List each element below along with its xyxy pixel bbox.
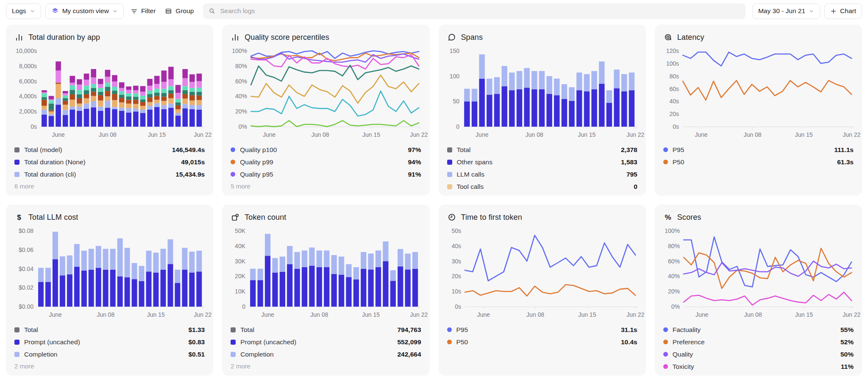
legend-value: 242,664 [397, 351, 421, 358]
legend-value: 146,549.4s [172, 146, 205, 154]
logs-dropdown[interactable]: Logs [6, 3, 41, 19]
legend-marker [447, 147, 452, 152]
legend-item[interactable]: Quality p10097% [231, 144, 421, 156]
legend-item[interactable]: Toxicity11% [663, 360, 854, 373]
legend-item[interactable]: Total duration (None)49,015s [14, 156, 205, 168]
add-chart-button[interactable]: Chart [824, 3, 862, 19]
svg-text:0: 0 [242, 303, 245, 310]
legend-item[interactable]: Quality p9994% [231, 156, 421, 168]
card-time-to-first-token: Time to first token 0s10s20s30s40s50sJun… [439, 205, 646, 376]
legend-value: 50% [840, 351, 854, 358]
ttft-legend: P9531.1sP5010.4s [447, 324, 637, 348]
legend-more[interactable]: 5 more [231, 180, 421, 192]
spans-legend: Total2,378Other spans1,583LLM calls795To… [447, 144, 637, 193]
legend-value: 49,015s [181, 158, 205, 166]
legend-item[interactable]: Total794,763 [231, 324, 421, 336]
bar-chart-icon [231, 33, 240, 42]
legend-value: $0.51 [188, 351, 205, 358]
legend-item[interactable]: Total$1.33 [14, 324, 205, 336]
legend-item[interactable]: P5061.3s [663, 156, 854, 168]
filter-button[interactable]: Filter [128, 3, 158, 19]
legend-more[interactable]: 2 more [231, 360, 421, 372]
legend-label: Quality p100 [240, 146, 277, 154]
search-input[interactable] [219, 7, 740, 15]
legend-marker [14, 147, 19, 152]
legend-item[interactable]: Prompt (uncached)$0.83 [14, 336, 205, 348]
legend-label: Completion [24, 351, 57, 358]
legend-value: 55% [840, 326, 854, 334]
legend-marker [447, 160, 452, 165]
group-button[interactable]: Group [162, 3, 196, 19]
svg-text:Jun 08: Jun 08 [311, 311, 328, 318]
legend-marker [14, 160, 19, 165]
legend-item[interactable]: Quality p9591% [231, 168, 421, 180]
svg-text:Jun 22: Jun 22 [843, 311, 860, 318]
legend-item[interactable]: Tool calls0 [447, 180, 637, 193]
legend-item[interactable]: P9531.1s [447, 324, 637, 336]
svg-text:20%: 20% [235, 108, 247, 115]
legend-item[interactable]: Other spans1,583 [447, 156, 637, 168]
legend-value: 1,583 [621, 158, 637, 166]
legend-more[interactable]: 2 more [14, 360, 205, 372]
svg-text:$0.06: $0.06 [19, 246, 33, 253]
legend-marker [231, 172, 235, 177]
legend-item[interactable]: Factuality55% [663, 324, 854, 336]
legend-more[interactable]: 6 more [14, 180, 205, 192]
legend-label: P50 [673, 158, 684, 166]
legend-label: Toxicity [673, 363, 694, 371]
legend-value: 111.1s [834, 146, 854, 154]
legend-value: 10.4s [621, 338, 637, 346]
legend-item[interactable]: Prompt (uncached)552,099 [231, 336, 421, 348]
legend-item[interactable]: Total duration (cli)15,434.9s [14, 168, 205, 180]
legend-marker [663, 327, 668, 332]
svg-text:June: June [263, 131, 276, 138]
svg-text:%: % [665, 213, 671, 221]
legend-marker [447, 172, 452, 177]
legend-value: 794,763 [397, 326, 421, 334]
search-field[interactable] [203, 3, 746, 19]
legend-item[interactable]: P5010.4s [447, 336, 637, 348]
total-duration-legend: Total (model)146,549.4sTotal duration (N… [14, 144, 205, 180]
legend-label: Factuality [673, 326, 701, 334]
legend-item[interactable]: Quality50% [663, 348, 854, 360]
card-spans: Spans 050100150JuneJun 08Jun 15Jun 22 To… [439, 25, 646, 196]
legend-label: P95 [456, 326, 468, 334]
legend-label: Quality [673, 351, 693, 358]
svg-text:40%: 40% [668, 273, 680, 279]
legend-label: Total [457, 146, 471, 154]
legend-label: Quality p99 [240, 158, 273, 166]
legend-item[interactable]: Preference52% [663, 336, 854, 348]
view-selector[interactable]: My custom view [45, 3, 124, 19]
legend-item[interactable]: Completion242,664 [231, 348, 421, 360]
legend-label: Prompt (uncached) [240, 338, 296, 346]
svg-text:Jun 22: Jun 22 [194, 131, 211, 138]
snail-icon [663, 33, 673, 42]
legend-item[interactable]: Total2,378 [447, 144, 637, 156]
legend-item[interactable]: Completion$0.51 [14, 348, 205, 360]
svg-text:4,000s: 4,000s [19, 93, 37, 100]
svg-text:80%: 80% [235, 63, 247, 69]
svg-text:100s: 100s [666, 60, 679, 67]
total-duration-chart: 0s2,000s4,000s6,000s8,000s10,000sJuneJun… [14, 45, 205, 142]
legend-value: 15,434.9s [175, 171, 205, 178]
legend-item[interactable]: Total (model)146,549.4s [14, 144, 205, 156]
svg-text:Jun 08: Jun 08 [526, 311, 544, 318]
bar-chart-icon [14, 33, 24, 42]
svg-text:June: June [696, 311, 709, 318]
legend-value: $1.33 [188, 326, 205, 334]
svg-text:0s: 0s [673, 123, 679, 130]
svg-text:40s: 40s [669, 98, 679, 105]
spans-chart: 050100150JuneJun 08Jun 15Jun 22 [447, 45, 637, 142]
svg-text:10,000s: 10,000s [16, 47, 37, 54]
legend-value: 52% [840, 338, 854, 346]
legend-label: Tool calls [457, 183, 484, 191]
svg-text:Jun 15: Jun 15 [578, 131, 595, 138]
legend-marker [14, 327, 19, 332]
legend-value: 11% [841, 363, 854, 371]
legend-label: LLM calls [457, 171, 484, 178]
chevron-down-icon [809, 8, 814, 14]
legend-item[interactable]: LLM calls795 [447, 168, 637, 180]
legend-marker [14, 172, 19, 177]
legend-item[interactable]: P95111.1s [663, 144, 854, 156]
date-range-picker[interactable]: May 30 - Jun 21 [752, 3, 820, 19]
